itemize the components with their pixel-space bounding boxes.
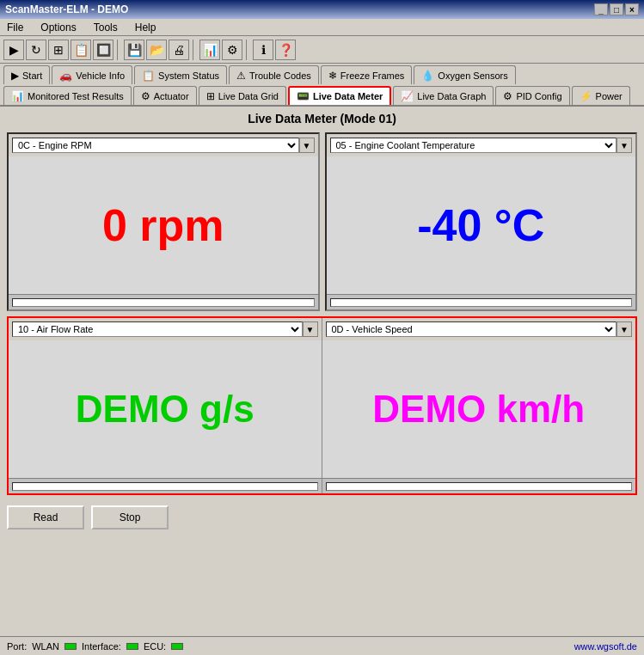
tab-oxygen-sensors[interactable]: 💧 Oxygen Sensors (414, 65, 515, 84)
ecu-label: ECU: (144, 641, 166, 652)
toolbar: ▶ ↻ ⊞ 📋 🔲 💾 📂 🖨 📊 ⚙ ℹ ❓ (0, 36, 644, 64)
speed-dropdown-arrow[interactable]: ▼ (616, 321, 632, 337)
stop-button[interactable]: Stop (91, 505, 169, 530)
panel-coolant: 05 - Engine Coolant Temperature ▼ -40 °C (325, 132, 638, 311)
close-button[interactable]: × (625, 3, 639, 15)
start-icon: ▶ (11, 70, 19, 82)
toolbar-btn-4[interactable]: 📋 (71, 40, 91, 60)
tab-oxygen-label: Oxygen Sensors (438, 70, 507, 81)
airflow-value: DEMO g/s (76, 388, 255, 431)
airflow-value-area: DEMO g/s (9, 340, 322, 478)
menu-file[interactable]: File (3, 20, 27, 35)
tab-freeze-frames[interactable]: ❄ Freeze Frames (321, 65, 413, 84)
coolant-select[interactable]: 05 - Engine Coolant Temperature (330, 138, 617, 153)
coolant-select-row: 05 - Engine Coolant Temperature ▼ (327, 134, 636, 156)
rpm-bar (12, 298, 315, 307)
coolant-bar (330, 298, 633, 307)
toolbar-btn-9[interactable]: 📊 (199, 40, 220, 60)
rpm-bar-area (9, 294, 318, 309)
tab-row-2: 📊 Monitored Test Results ⚙ Actuator ⊞ Li… (0, 84, 644, 107)
toolbar-btn-11[interactable]: ❓ (275, 40, 296, 60)
rpm-value: 0 rpm (102, 199, 224, 251)
graph-icon: 📈 (401, 90, 414, 102)
oxygen-icon: 💧 (421, 70, 434, 82)
tab-pid-label: PID Config (516, 91, 561, 101)
menu-options[interactable]: Options (37, 20, 79, 35)
system-icon: 📋 (142, 70, 155, 82)
tab-monitored-label: Monitored Test Results (28, 91, 124, 101)
tab-live-data-graph[interactable]: 📈 Live Data Graph (393, 86, 494, 105)
rpm-value-area: 0 rpm (9, 156, 318, 294)
rpm-select-row: 0C - Engine RPM ▼ (9, 134, 318, 156)
toolbar-btn-8[interactable]: 🖨 (169, 40, 189, 60)
rpm-select[interactable]: 0C - Engine RPM (12, 138, 299, 153)
tab-actuator-label: Actuator (154, 91, 189, 101)
toolbar-btn-5[interactable]: 🔲 (93, 40, 113, 60)
airflow-dropdown-arrow[interactable]: ▼ (303, 321, 318, 337)
interface-label: Interface: (82, 641, 121, 652)
tab-system-status[interactable]: 📋 System Status (134, 65, 227, 84)
tab-row-1: ▶ Start 🚗 Vehicle Info 📋 System Status ⚠… (0, 64, 644, 84)
tab-pid-config[interactable]: ⚙ PID Config (495, 86, 569, 105)
toolbar-separator-2 (193, 40, 196, 60)
bottom-bar: Read Stop (0, 500, 644, 535)
title-bar-buttons: _ □ × (594, 3, 639, 15)
tab-system-label: System Status (158, 70, 219, 81)
speed-bar-area (322, 478, 636, 493)
main-title: Live Data Meter (Mode 01) (7, 112, 637, 125)
tab-live-data-meter[interactable]: 📟 Live Data Meter (288, 86, 391, 105)
airflow-select-wrapper: 10 - Air Flow Rate (12, 321, 303, 337)
read-button[interactable]: Read (7, 505, 84, 530)
port-value: WLAN (32, 641, 59, 652)
demo-panels-container: 10 - Air Flow Rate ▼ DEMO g/s 0 (7, 316, 637, 495)
tab-meter-label: Live Data Meter (313, 91, 383, 101)
panel-rpm: 0C - Engine RPM ▼ 0 rpm (7, 132, 320, 311)
title-text: ScanMaster-ELM - DEMO (5, 3, 128, 15)
interface-led (126, 643, 138, 650)
coolant-dropdown-arrow[interactable]: ▼ (616, 138, 632, 153)
vehicle-icon: 🚗 (59, 70, 72, 82)
tab-live-data-grid[interactable]: ⊞ Live Data Grid (199, 86, 286, 105)
airflow-bar-area (9, 478, 322, 493)
pid-icon: ⚙ (503, 90, 512, 102)
toolbar-btn-10[interactable]: ⚙ (222, 40, 242, 60)
rpm-select-wrapper: 0C - Engine RPM (12, 138, 299, 153)
port-label: Port: (7, 641, 27, 652)
speed-select-wrapper: 0D - Vehicle Speed (326, 321, 617, 337)
freeze-icon: ❄ (328, 70, 337, 82)
speed-select[interactable]: 0D - Vehicle Speed (326, 321, 617, 337)
toolbar-btn-6[interactable]: 💾 (124, 40, 144, 60)
tab-trouble-codes[interactable]: ⚠ Trouble Codes (229, 65, 319, 84)
toolbar-btn-info[interactable]: ℹ (253, 40, 273, 60)
speed-select-row: 0D - Vehicle Speed ▼ (322, 318, 636, 340)
minimize-button[interactable]: _ (594, 3, 608, 15)
tab-start[interactable]: ▶ Start (3, 65, 50, 84)
rpm-dropdown-arrow[interactable]: ▼ (299, 138, 315, 153)
tab-vehicle-info[interactable]: 🚗 Vehicle Info (52, 65, 132, 84)
toolbar-btn-2[interactable]: ↻ (26, 40, 46, 60)
menu-help[interactable]: Help (132, 20, 160, 35)
tab-trouble-label: Trouble Codes (249, 70, 311, 81)
warning-icon: ⚠ (236, 70, 246, 82)
tab-monitored-test[interactable]: 📊 Monitored Test Results (3, 86, 132, 105)
status-left: Port: WLAN Interface: ECU: (7, 641, 183, 652)
panel-airflow: 10 - Air Flow Rate ▼ DEMO g/s (9, 318, 322, 493)
tab-power-label: Power (596, 91, 623, 101)
airflow-select[interactable]: 10 - Air Flow Rate (12, 321, 303, 337)
coolant-value: -40 °C (417, 199, 544, 251)
toolbar-btn-1[interactable]: ▶ (3, 40, 24, 60)
website: www.wgsoft.de (574, 641, 637, 652)
coolant-bar-area (327, 294, 636, 309)
status-bar: Port: WLAN Interface: ECU: www.wgsoft.de (0, 636, 644, 655)
maximize-button[interactable]: □ (610, 3, 623, 15)
title-bar: ScanMaster-ELM - DEMO _ □ × (0, 0, 644, 19)
tab-power[interactable]: ⚡ Power (572, 86, 630, 105)
toolbar-btn-7[interactable]: 📂 (146, 40, 167, 60)
grid-icon: ⊞ (206, 90, 215, 102)
tab-start-label: Start (22, 70, 42, 81)
ecu-led (171, 643, 183, 650)
menu-tools[interactable]: Tools (90, 20, 121, 35)
tab-actuator[interactable]: ⚙ Actuator (133, 86, 197, 105)
airflow-select-row: 10 - Air Flow Rate ▼ (9, 318, 322, 340)
toolbar-btn-3[interactable]: ⊞ (48, 40, 69, 60)
